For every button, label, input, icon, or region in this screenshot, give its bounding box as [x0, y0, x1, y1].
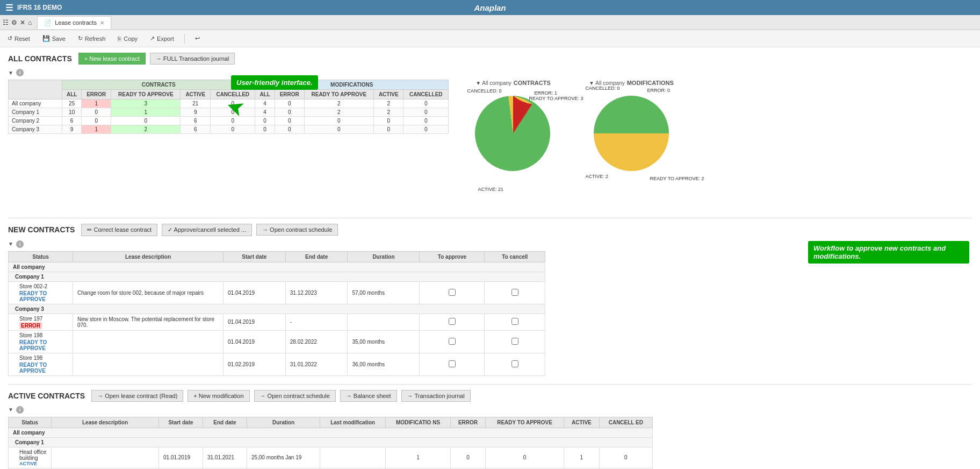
checkbox-cancel-store198b[interactable] — [511, 360, 518, 367]
ath-start: Start date — [159, 417, 203, 428]
checkbox-approve-store198[interactable] — [449, 338, 456, 345]
checkbox-cancel-store198[interactable] — [511, 338, 518, 345]
all-contracts-buttons: + New lease contract → FULL Transaction … — [78, 53, 235, 65]
checkbox-approve-store002-2[interactable] — [449, 289, 456, 296]
approve-cancel-button[interactable]: ✓ Approve/cancell selected ... — [162, 224, 252, 236]
refresh-button[interactable]: ↻ Refresh — [76, 34, 108, 43]
anaplan-logo: Anaplan — [474, 3, 506, 12]
full-journal-button[interactable]: → FULL Transaction journal — [150, 53, 235, 65]
copy-button[interactable]: ⎘ Copy — [116, 34, 140, 43]
col-error-2: ERROR — [275, 90, 304, 100]
collapse-arrow[interactable]: ▼ — [8, 70, 13, 76]
tab-icon-page: 📄 — [44, 19, 52, 26]
info-icon-new[interactable]: i — [16, 240, 24, 248]
new-row-store198b[interactable]: Store 198 READY TO APPROVE 01.02.2019 31… — [9, 353, 545, 375]
export-button[interactable]: ↗ Export — [148, 34, 176, 43]
new-contracts-header: NEW CONTRACTS ✏ Correct lease contract ✓… — [8, 224, 972, 236]
active-contracts-buttons: → Open lease contract (Read) + New modif… — [91, 390, 470, 402]
refresh-icon: ↻ — [78, 35, 83, 42]
new-group-company3: Company 3 — [9, 304, 545, 314]
save-icon: 💾 — [42, 35, 50, 42]
checkbox-cancel-store002-2[interactable] — [511, 289, 518, 296]
modifications-pie-chart — [588, 90, 674, 176]
th-duration: Duration — [348, 251, 420, 262]
balance-sheet-button[interactable]: → Balance sheet — [340, 390, 397, 402]
active-contracts-info-row: ▼ i — [8, 406, 972, 414]
reset-icon: ↺ — [8, 35, 12, 42]
top-bar: ☰ IFRS 16 DEMO Anaplan — [0, 0, 980, 15]
new-contracts-table: Status Lease description Start date End … — [8, 251, 545, 376]
active-row-head-office-building[interactable]: Head office building ACTIVE 01.01.2019 3… — [9, 447, 653, 468]
col-all-2: ALL — [255, 90, 275, 100]
col-all-1: ALL — [62, 90, 82, 100]
new-row-store002-2[interactable]: Store 002-2 READY TO APPROVE Change room… — [9, 281, 545, 304]
ath-lastmod: Last modification — [320, 417, 386, 428]
modifications-chart-container: ▼ All company MODIFICATIONS CAN — [588, 80, 674, 210]
active-group-company1: Company 1 — [9, 437, 653, 447]
main-content: User-friendly interface. ➤ ALL CONTRACTS… — [0, 47, 980, 469]
tab-icon-grid[interactable]: ☷ — [3, 19, 9, 26]
checkbox-approve-store197[interactable] — [449, 318, 456, 325]
ath-error: ERROR — [451, 417, 486, 428]
app-title: IFRS 16 DEMO — [17, 4, 62, 11]
all-contracts-row-3[interactable]: Company 39126000000 — [9, 125, 449, 134]
info-icon[interactable]: i — [16, 69, 24, 76]
new-row-store198[interactable]: Store 198 READY TO APPROVE 01.04.2019 28… — [9, 330, 545, 353]
save-button[interactable]: 💾 Save — [40, 34, 68, 43]
ath-duration: Duration — [247, 417, 320, 428]
info-icon-active[interactable]: i — [16, 406, 24, 414]
open-schedule-button-active[interactable]: → Open contract schedule — [254, 390, 336, 402]
nav-icon-left[interactable]: ☰ — [5, 3, 13, 13]
chart-active-label: ACTIVE: 21 — [478, 186, 532, 193]
annotation-interface: User-friendly interface. — [231, 75, 318, 90]
col-error-1: ERROR — [82, 90, 111, 100]
collapse-arrow-active[interactable]: ▼ — [8, 407, 13, 413]
col-header-contracts: CONTRACTS — [62, 80, 255, 90]
new-modification-button[interactable]: + New modification — [188, 390, 249, 402]
undo-button[interactable]: ↩ — [193, 34, 202, 43]
mod-cancelled-label: CANCELLED: 0 — [585, 84, 639, 92]
new-lease-button[interactable]: + New lease contract — [78, 53, 146, 65]
tab-close-icon[interactable]: ✕ — [100, 20, 104, 26]
open-read-button[interactable]: → Open lease contract (Read) — [91, 390, 183, 402]
toolbar-separator — [184, 34, 185, 44]
chart-ready-label: READY TO APPROVE: 3 — [529, 95, 583, 102]
all-contracts-header: ALL CONTRACTS + New lease contract → FUL… — [8, 53, 972, 65]
all-contracts-title: ALL CONTRACTS — [8, 54, 72, 63]
tab-icon-home[interactable]: ⌂ — [28, 19, 32, 26]
th-status: Status — [9, 251, 73, 262]
open-schedule-button-new[interactable]: → Open contract schedule — [256, 224, 338, 236]
tab-icon-settings[interactable]: ⚙ — [11, 19, 17, 26]
contracts-chart-title: ▼ All company CONTRACTS — [475, 80, 551, 86]
all-contracts-info-row: ▼ i — [8, 69, 972, 76]
ath-status: Status — [9, 417, 52, 428]
tab-lease-contracts[interactable]: 📄 Lease contracts ✕ — [37, 16, 111, 29]
active-contracts-title: ACTIVE CONTRACTS — [8, 392, 85, 400]
th-tocancell: To cancell — [485, 251, 545, 262]
active-group-allcompany: All company — [9, 428, 653, 437]
ath-end: End date — [203, 417, 247, 428]
th-end: End date — [285, 251, 348, 262]
mod-ready-label: READY TO APPROVE: 2 — [650, 175, 704, 182]
new-row-store197[interactable]: Store 197 ERROR New store in Moscow. The… — [9, 314, 545, 330]
th-toapprove: To approve — [420, 251, 485, 262]
transaction-journal-button[interactable]: → Transaction journal — [401, 390, 471, 402]
checkbox-cancel-store197[interactable] — [511, 318, 518, 325]
col-active-1: ACTIVE — [181, 90, 211, 100]
th-description: Lease description — [73, 251, 224, 262]
collapse-arrow-new[interactable]: ▼ — [8, 241, 13, 247]
reset-button[interactable]: ↺ Reset — [5, 34, 32, 43]
chart-cancelled-label: CANCELLED: 0 — [467, 87, 521, 95]
new-contracts-buttons: ✏ Correct lease contract ✓ Approve/cance… — [81, 224, 338, 236]
col-ready-2: READY TO APPROVE — [304, 90, 373, 100]
divider-2 — [8, 384, 972, 385]
correct-lease-button[interactable]: ✏ Correct lease contract — [81, 224, 157, 236]
checkbox-approve-store198b[interactable] — [449, 360, 456, 367]
mod-error-label: ERROR: 0 — [647, 87, 701, 94]
tab-icon-close[interactable]: ✕ — [20, 19, 25, 26]
col-header-company — [9, 80, 62, 100]
mod-active-label: ACTIVE: 2 — [585, 173, 639, 180]
col-ready-1: READY TO APPROVE — [111, 90, 181, 100]
divider-1 — [8, 218, 972, 218]
tab-label: Lease contracts — [55, 19, 97, 26]
